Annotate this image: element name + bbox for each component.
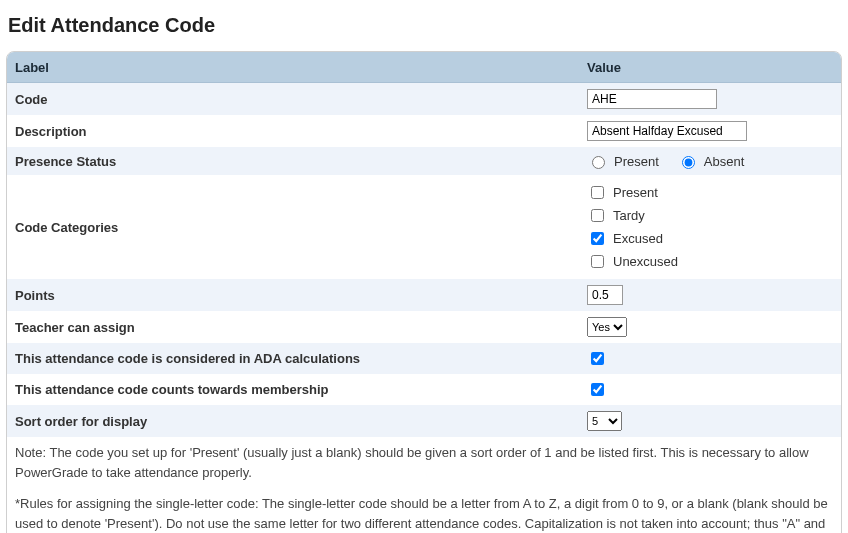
category-unexcused-label: Unexcused xyxy=(613,254,678,269)
category-present-option[interactable]: Present xyxy=(587,183,658,202)
presence-absent-radio[interactable] xyxy=(682,156,695,169)
sort-order-select[interactable]: 12345678910 xyxy=(587,411,622,431)
category-unexcused-checkbox[interactable] xyxy=(591,255,604,268)
row-ada: This attendance code is considered in AD… xyxy=(7,343,841,374)
teacher-can-assign-select[interactable]: YesNo xyxy=(587,317,627,337)
presence-present-radio[interactable] xyxy=(592,156,605,169)
code-input[interactable] xyxy=(587,89,717,109)
row-sort-order: Sort order for display 12345678910 xyxy=(7,405,841,437)
note-text: Note: The code you set up for 'Present' … xyxy=(7,437,841,488)
category-excused-option[interactable]: Excused xyxy=(587,229,663,248)
label-description: Description xyxy=(7,115,579,147)
label-code-categories: Code Categories xyxy=(7,175,579,279)
presence-present-label: Present xyxy=(614,154,659,169)
presence-absent-label: Absent xyxy=(704,154,744,169)
ada-checkbox[interactable] xyxy=(591,352,604,365)
attendance-code-table: Label Value Code Description xyxy=(7,52,841,533)
row-presence-status: Presence Status Present Absent xyxy=(7,147,841,175)
category-excused-checkbox[interactable] xyxy=(591,232,604,245)
label-ada: This attendance code is considered in AD… xyxy=(7,343,579,374)
label-code: Code xyxy=(7,83,579,116)
page-title: Edit Attendance Code xyxy=(8,14,840,37)
membership-checkbox[interactable] xyxy=(591,383,604,396)
presence-present-option[interactable]: Present xyxy=(587,153,659,169)
col-header-value: Value xyxy=(579,52,841,83)
category-excused-label: Excused xyxy=(613,231,663,246)
row-code-categories: Code Categories Present Tardy xyxy=(7,175,841,279)
form-panel: Label Value Code Description xyxy=(6,51,842,533)
category-unexcused-option[interactable]: Unexcused xyxy=(587,252,678,271)
label-points: Points xyxy=(7,279,579,311)
label-membership: This attendance code counts towards memb… xyxy=(7,374,579,405)
description-input[interactable] xyxy=(587,121,747,141)
row-note: Note: The code you set up for 'Present' … xyxy=(7,437,841,488)
row-code: Code xyxy=(7,83,841,116)
row-rules: *Rules for assigning the single-letter c… xyxy=(7,488,841,533)
presence-absent-option[interactable]: Absent xyxy=(677,153,744,169)
category-tardy-label: Tardy xyxy=(613,208,645,223)
category-tardy-checkbox[interactable] xyxy=(591,209,604,222)
label-presence-status: Presence Status xyxy=(7,147,579,175)
rules-text: *Rules for assigning the single-letter c… xyxy=(7,488,841,533)
label-sort-order: Sort order for display xyxy=(7,405,579,437)
row-teacher-can-assign: Teacher can assign YesNo xyxy=(7,311,841,343)
row-description: Description xyxy=(7,115,841,147)
col-header-label: Label xyxy=(7,52,579,83)
label-teacher-can-assign: Teacher can assign xyxy=(7,311,579,343)
category-present-checkbox[interactable] xyxy=(591,186,604,199)
row-points: Points xyxy=(7,279,841,311)
category-present-label: Present xyxy=(613,185,658,200)
row-membership: This attendance code counts towards memb… xyxy=(7,374,841,405)
points-input[interactable] xyxy=(587,285,623,305)
category-tardy-option[interactable]: Tardy xyxy=(587,206,645,225)
